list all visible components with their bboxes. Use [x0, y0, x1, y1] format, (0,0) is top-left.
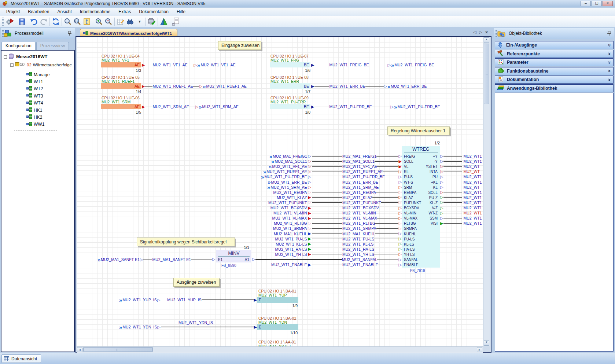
- menu-item-inbetriebnahme[interactable]: Inbetriebnahme: [76, 8, 114, 15]
- signal-source-group: »MU2_WT1_PU-ERR_BE▷: [220, 174, 312, 179]
- reference-chevron-icon: »: [119, 325, 122, 329]
- source-label: MU2_WT1_RLTBG: [274, 221, 307, 225]
- binoculars-button[interactable]: [125, 17, 135, 26]
- zoom-in-button[interactable]: [94, 17, 104, 26]
- vertical-scroll-thumb[interactable]: [484, 44, 489, 104]
- wire: [443, 156, 462, 157]
- close-button[interactable]: ×: [603, 1, 613, 6]
- undo-button[interactable]: [29, 17, 39, 26]
- tree-item-wt4[interactable]: WT4: [26, 100, 43, 106]
- tab-konfiguration[interactable]: Konfiguration: [1, 42, 36, 50]
- library-section-referenzpunkte[interactable]: Referenzpunkte»: [495, 50, 614, 58]
- io-output-block[interactable]: E: [257, 324, 298, 330]
- toolbar-grip[interactable]: [2, 18, 4, 26]
- menu-item-extras[interactable]: Extras: [114, 8, 135, 15]
- database-check-button[interactable]: [147, 17, 156, 26]
- zoom-button[interactable]: [63, 17, 73, 26]
- library-section-parameter[interactable]: Parameter»: [495, 58, 614, 66]
- tab-scroll-left-icon[interactable]: ◁: [473, 30, 476, 34]
- scroll-right-button[interactable]: ►: [477, 347, 482, 352]
- tree-item-wt1[interactable]: WT1: [26, 79, 43, 84]
- menu-item-dokumentation[interactable]: Dokumentation: [135, 8, 173, 15]
- diagram-tab[interactable]: Messe2016WT\Wärmetauscherfolge\WT1: [80, 29, 177, 36]
- io-output-block[interactable]: E: [257, 297, 298, 303]
- zoom-1-1-button[interactable]: 1:1: [73, 17, 82, 26]
- menu-item-projekt[interactable]: Projekt: [2, 8, 24, 15]
- library-section-funktionsbausteine[interactable]: Funktionsbausteine»: [495, 67, 614, 75]
- minimize-button[interactable]: –: [581, 1, 591, 6]
- zoom-1-1-icon: 1:1: [73, 17, 82, 26]
- tree-item-hk2[interactable]: HK2: [26, 114, 42, 120]
- zoom-fit-icon: [82, 17, 91, 26]
- edit-sheet-icon: [116, 17, 125, 26]
- wire: [314, 107, 329, 107]
- redo-icon: [39, 17, 48, 26]
- library-section-anwendungs-bibliothek[interactable]: Anwendungs-Bibliothek: [495, 84, 614, 92]
- document-star-icon: [497, 76, 504, 84]
- wire: [375, 223, 398, 224]
- tree-expander-icon[interactable]: −: [4, 55, 7, 59]
- tree-item-ww1[interactable]: WW1: [26, 122, 44, 127]
- cube-link-icon: [15, 62, 25, 68]
- reference-chevron-icon: »: [203, 84, 205, 88]
- tab-close-icon[interactable]: ×: [485, 30, 488, 35]
- signal-wire-row: MU2_WT1_SRMPA▷: [312, 226, 402, 231]
- tree-expander-icon[interactable]: −: [10, 63, 14, 67]
- diagram-draw-area[interactable]: Eingänge zuweisenRegelung Wärmetauscher …: [77, 37, 483, 346]
- dropdown-arrow-button[interactable]: ▼: [135, 17, 144, 26]
- tab-prozessview[interactable]: Prozessview: [36, 42, 69, 50]
- io-input-block[interactable]: BE: [270, 62, 310, 67]
- library-section-ein-ausgänge[interactable]: Ein-/Ausgänge»: [495, 41, 614, 49]
- io-input-block[interactable]: AE: [101, 83, 141, 89]
- io-input-block[interactable]: AE: [101, 62, 141, 67]
- block-pin-label: SRMPA: [404, 227, 417, 231]
- io-input-block[interactable]: BE: [270, 104, 310, 109]
- menu-item-hilfe[interactable]: Hilfe: [173, 8, 189, 15]
- tree-item-manage[interactable]: Manage: [26, 72, 49, 77]
- zoom-fit-button[interactable]: [82, 17, 92, 26]
- diagram-note[interactable]: Eingänge zuweisen: [218, 41, 261, 50]
- menu-item-bearbeiten[interactable]: Bearbeiten: [24, 8, 53, 15]
- block-pin-label: PU: [402, 175, 438, 179]
- output-reference-label: MU2_WT1: [463, 206, 482, 210]
- vertical-scrollbar[interactable]: ▲ ▼: [483, 37, 490, 346]
- tree-item-wt3[interactable]: WT3: [26, 93, 43, 99]
- zoom-out-button[interactable]: [104, 17, 113, 26]
- prism-button[interactable]: [159, 17, 169, 26]
- save-button[interactable]: [17, 17, 27, 26]
- scroll-down-button[interactable]: ▼: [484, 340, 489, 346]
- tree-item-group[interactable]: −02Wärmetauscherfolge: [10, 62, 72, 68]
- tree-item-hk1[interactable]: HK1: [26, 107, 42, 113]
- menu-item-ansicht[interactable]: Ansicht: [53, 8, 76, 15]
- library-section-dokumentation[interactable]: Dokumentation»: [495, 76, 614, 84]
- data-view-button[interactable]: Datenansicht: [1, 354, 41, 363]
- wire: [377, 218, 398, 218]
- block-pin-label: -Y: [402, 159, 438, 163]
- tab-scroll-right-icon[interactable]: ▷: [479, 30, 482, 34]
- signal-wire-row: MU2_WT1_KLAZ▷: [312, 195, 402, 200]
- tree-item-root[interactable]: −Messe2016WT: [4, 54, 47, 60]
- diagram-note[interactable]: Regelung Wärmetauscher 1: [387, 126, 450, 135]
- redo-button[interactable]: [39, 17, 48, 26]
- tree-item-wt2[interactable]: WT2: [26, 86, 43, 92]
- scroll-up-button[interactable]: ▲: [484, 37, 489, 43]
- page-layout-button[interactable]: [171, 17, 181, 26]
- maximize-button[interactable]: ▢: [592, 1, 602, 6]
- horizontal-scroll-thumb[interactable]: [83, 347, 153, 352]
- connector-ob-icon: ▷: [384, 84, 387, 88]
- edit-sheet-button[interactable]: [116, 17, 125, 26]
- io-input-block[interactable]: BE: [270, 83, 310, 89]
- reference-chevron-icon: »: [269, 165, 271, 169]
- horizontal-scrollbar[interactable]: ◄ ►: [77, 346, 483, 353]
- pin-icon[interactable]: [607, 31, 611, 36]
- refresh-button[interactable]: [51, 17, 60, 26]
- wire: [312, 228, 342, 229]
- io-input-block[interactable]: AE: [101, 104, 141, 109]
- project-settings-button[interactable]: [5, 17, 15, 26]
- pin-icon[interactable]: [67, 31, 72, 36]
- toolbar-separator: [114, 18, 115, 26]
- diagram-note[interactable]: Ausgänge zuweisen: [173, 278, 220, 287]
- scroll-left-button[interactable]: ◄: [77, 347, 82, 352]
- network-node-icon: [26, 122, 32, 127]
- io-page-index: 1/8: [296, 110, 310, 114]
